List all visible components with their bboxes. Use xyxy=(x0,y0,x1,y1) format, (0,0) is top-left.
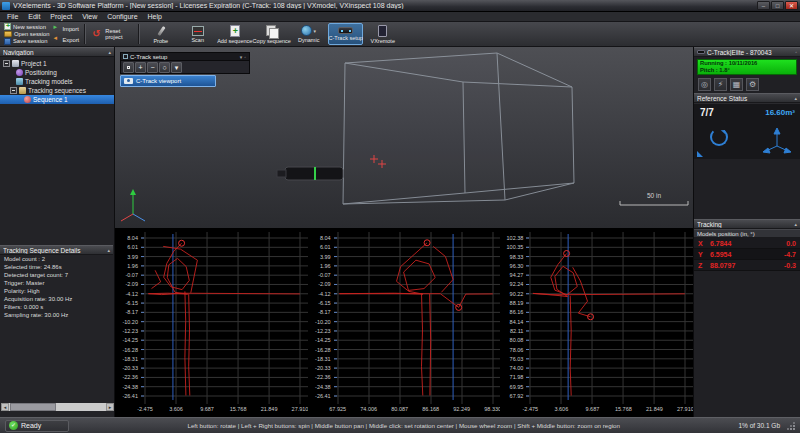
ctrack-panel: C-Track|Elite - 870043 ◦ Running : 10/11… xyxy=(693,47,800,417)
collapse-arrow-icon[interactable]: ▴ xyxy=(794,221,797,227)
new-session-icon xyxy=(4,23,11,30)
probe-button[interactable]: Probe xyxy=(143,23,178,45)
menu-edit[interactable]: Edit xyxy=(23,12,45,22)
position-value: 6.7844 xyxy=(710,240,786,247)
tree-item-tracking-models[interactable]: Tracking models xyxy=(0,77,114,86)
floating-panel-title: C-Track setup xyxy=(130,54,239,60)
title-bar[interactable]: VXelements - 3D Software Platform - [New… xyxy=(0,0,800,12)
reference-status-header[interactable]: Reference Status ▴ xyxy=(694,93,800,103)
zoom-out-button[interactable]: − xyxy=(147,62,158,73)
chart-canvas[interactable] xyxy=(526,232,693,404)
add-sequence-button[interactable]: Add sequence xyxy=(217,23,252,45)
ctrack-panel-header[interactable]: C-Track|Elite - 870043 ◦ xyxy=(694,47,800,57)
y-tick-label: 78.06 xyxy=(510,347,524,353)
view-options-button[interactable]: ▾ xyxy=(171,62,182,73)
scroll-right-icon[interactable]: ▸ xyxy=(106,403,114,411)
chart-plot-area[interactable] xyxy=(526,232,693,404)
collapse-arrow-icon[interactable]: ▴ xyxy=(107,247,110,253)
trajectory-chart-z[interactable]: 102.38100.3598.3396.3094.2792.2490.2288.… xyxy=(500,228,693,417)
chart-canvas[interactable] xyxy=(334,232,501,404)
trajectory-chart-x[interactable]: 8.046.013.991.96-0.07-2.09-4.12-6.15-8.1… xyxy=(115,228,308,417)
io-button-group: Import Export xyxy=(51,23,81,45)
flash-icon[interactable]: ⚡ xyxy=(714,78,727,91)
tracking-sequence-details-panel: Tracking Sequence Details ▴ Model count … xyxy=(0,245,113,319)
tracking-header[interactable]: Tracking ▴ xyxy=(694,219,800,229)
gear-icon[interactable]: ⚙ xyxy=(746,78,759,91)
y-tick-label: 8.04 xyxy=(320,235,331,241)
reset-project-button[interactable]: Reset project xyxy=(88,23,135,45)
scan-button[interactable]: Scan xyxy=(180,23,215,45)
tree-item-project[interactable]: Project 1 xyxy=(0,59,114,68)
navigation-header[interactable]: Navigation ▴ xyxy=(0,47,114,57)
details-header[interactable]: Tracking Sequence Details ▴ xyxy=(0,245,113,255)
collapse-expander-icon[interactable] xyxy=(3,60,10,67)
ctrack-setup-label: C-Track setup xyxy=(329,35,363,41)
x-tick-label: 21.849 xyxy=(254,406,284,412)
fit-view-button[interactable] xyxy=(123,62,134,73)
horizontal-scrollbar[interactable]: ◂ ▸ xyxy=(1,403,114,411)
tree-item-sequence-1[interactable]: Sequence 1 xyxy=(0,95,114,104)
y-tick-label: 98.33 xyxy=(510,254,524,260)
camera-icon xyxy=(124,78,133,84)
pin-icon[interactable]: ◦ xyxy=(243,54,247,60)
chevron-down-icon: ▾ xyxy=(313,28,316,34)
export-button[interactable]: Export xyxy=(53,36,79,43)
position-row-x: X 6.7844 0.0 xyxy=(694,238,800,249)
target-detection-icon[interactable]: ◎ xyxy=(698,78,711,91)
navigation-title: Navigation xyxy=(3,49,108,56)
viewport-3d[interactable]: 50 in C-Track setup ▾ ◦ + − ○ ▾ xyxy=(115,47,693,228)
collapse-expander-icon[interactable] xyxy=(10,87,17,94)
y-tick-label: 71.98 xyxy=(510,374,524,380)
y-tick-label: 69.95 xyxy=(510,384,524,390)
resize-grip[interactable] xyxy=(786,421,795,430)
axis-label: Y xyxy=(698,251,710,258)
trajectory-chart-y[interactable]: 8.046.013.991.96-0.07-2.09-4.12-6.15-8.1… xyxy=(308,228,501,417)
chart-canvas[interactable] xyxy=(141,232,308,404)
close-button[interactable]: ✕ xyxy=(785,1,798,10)
scroll-left-icon[interactable]: ◂ xyxy=(1,403,9,411)
menu-project[interactable]: Project xyxy=(45,12,77,22)
y-axis-labels: 8.046.013.991.96-0.07-2.09-4.12-6.15-8.1… xyxy=(308,228,334,404)
copy-sequence-button[interactable]: Copy sequence xyxy=(254,23,289,45)
save-session-button[interactable]: Save session xyxy=(4,38,49,45)
maximize-button[interactable]: □ xyxy=(771,1,784,10)
x-tick-label: 21.849 xyxy=(639,406,669,412)
sensor-toolbar: ◎ ⚡ ▦ ⚙ xyxy=(694,75,800,93)
menu-help[interactable]: Help xyxy=(143,12,167,22)
grid-icon[interactable]: ▦ xyxy=(730,78,743,91)
zoom-in-button[interactable]: + xyxy=(135,62,146,73)
minimize-button[interactable]: – xyxy=(757,1,770,10)
rotate-view-button[interactable]: ○ xyxy=(159,62,170,73)
tree-item-positioning[interactable]: Positioning xyxy=(0,68,114,77)
axis-triad-icon xyxy=(121,189,145,221)
menu-file[interactable]: File xyxy=(2,12,23,22)
detail-model-count: Model count : 2 xyxy=(0,255,113,263)
chart-plot-area[interactable] xyxy=(141,232,308,404)
dynamic-button[interactable]: ▾Dynamic xyxy=(291,23,326,45)
tree-item-tracking-sequences[interactable]: Tracking sequences xyxy=(0,86,114,95)
import-button[interactable]: Import xyxy=(53,25,79,32)
y-tick-label: -12.23 xyxy=(122,328,138,334)
vxremote-button[interactable]: VXremote xyxy=(365,23,400,45)
ctrack-viewport-button[interactable]: C-Track viewport xyxy=(120,75,216,87)
open-session-button[interactable]: Open session xyxy=(4,30,49,37)
y-tick-label: 82.11 xyxy=(510,328,523,334)
y-tick-label: 76.03 xyxy=(510,356,524,362)
y-tick-label: 92.24 xyxy=(510,281,524,287)
x-axis-labels: -2.4753.6069.68715.76821.84927.910 xyxy=(500,405,693,417)
ctrack-setup-button[interactable]: C-Track setup xyxy=(328,23,363,45)
chart-plot-area[interactable] xyxy=(334,232,501,404)
reference-count: 7/7 xyxy=(700,107,714,118)
collapse-arrow-icon[interactable]: ▴ xyxy=(794,95,797,101)
detail-target-count: Detected target count: 7 xyxy=(0,271,113,279)
collapse-arrow-icon[interactable]: ▴ xyxy=(108,49,111,55)
new-session-button[interactable]: New session xyxy=(4,23,49,30)
pin-icon[interactable]: ◦ xyxy=(795,49,797,55)
menu-configure[interactable]: Configure xyxy=(102,12,142,22)
y-axis-labels: 8.046.013.991.96-0.07-2.09-4.12-6.15-8.1… xyxy=(115,228,141,404)
ctrack-panel-title: C-Track|Elite - 870043 xyxy=(707,49,795,56)
floating-panel-titlebar[interactable]: C-Track setup ▾ ◦ xyxy=(120,52,250,61)
menu-view[interactable]: View xyxy=(77,12,102,22)
scrollbar-thumb[interactable] xyxy=(10,403,56,411)
reset-project-label: Reset project xyxy=(105,28,132,40)
